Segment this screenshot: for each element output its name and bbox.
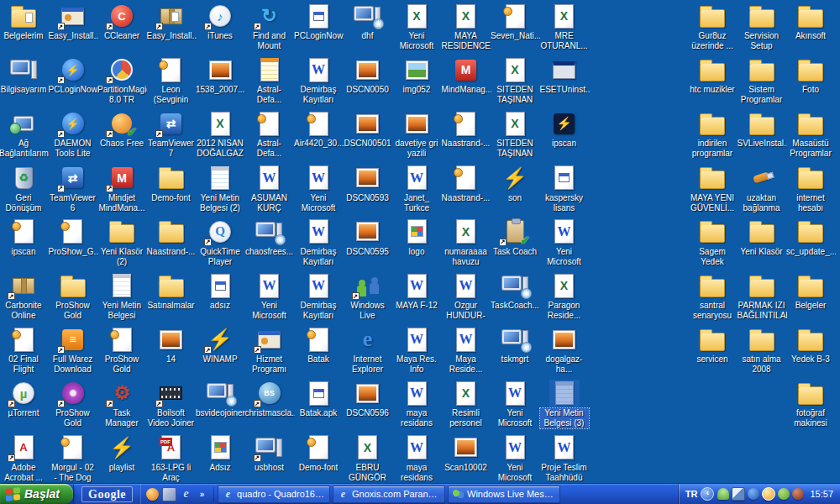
desktop-icon[interactable]: XSİTEDEN TAŞINAN K... — [491, 56, 539, 106]
desktop-icon[interactable]: Gur8uz üzerinde ... — [688, 3, 737, 51]
desktop-icon[interactable]: htc muzikler — [688, 56, 737, 95]
desktop-icon[interactable]: ↗Windows Live Messenger — [344, 272, 392, 322]
start-button[interactable]: Başlat — [0, 484, 73, 504]
desktop-icon[interactable]: DSCN0596 — [344, 380, 392, 418]
desktop-icon[interactable]: XResimli personel listesi — [442, 380, 491, 429]
desktop-icon[interactable]: servicen — [688, 326, 737, 365]
desktop-icon[interactable]: C↗CCleaner — [97, 3, 146, 41]
desktop-icon[interactable]: kaspersky lisans — [540, 165, 589, 213]
desktop-icon[interactable]: dogalgaz-ha... — [540, 326, 589, 375]
desktop-icon[interactable]: WYeni Microsoft Office Wor... — [540, 218, 589, 268]
desktop-icon[interactable]: ♻Geri Dönüşüm Kutusu — [0, 165, 48, 214]
desktop-icon[interactable]: DSCN00501 — [344, 110, 392, 149]
desktop-icon[interactable]: DSCN0595 — [344, 218, 392, 257]
desktop-icon[interactable]: tskmgrt — [491, 326, 539, 365]
desktop-icon[interactable]: ✔↗Task Coach — [491, 218, 539, 257]
media-tray-icon[interactable] — [792, 488, 804, 500]
desktop-icon[interactable]: ♪↗iTunes — [196, 3, 244, 41]
desktop-icon[interactable]: Xnumaraaaa havuzu — [442, 218, 491, 267]
desktop-icon[interactable]: ESETUninst... — [540, 56, 589, 95]
desktop-icon[interactable]: WJanet_ Turkce — [392, 165, 441, 213]
desktop-icon[interactable]: WProje Teslim Taahhüdü — [540, 434, 589, 483]
desktop-icon[interactable]: XEBRU GÜNGÖR — [344, 434, 392, 483]
desktop-icon[interactable]: ipscan — [0, 218, 48, 257]
desktop-icon[interactable]: img052 — [392, 56, 441, 95]
desktop-icon[interactable]: Foto — [786, 56, 835, 95]
desktop-icon[interactable]: ↗Carbonite Online Back... — [0, 272, 48, 322]
desktop-icon[interactable]: Naastrand-... — [442, 110, 491, 149]
desktop-icon[interactable]: fotoğraf makinesi — [786, 380, 835, 428]
desktop-icon[interactable]: logo — [392, 218, 441, 257]
desktop-icon[interactable]: PARMAK İZİ BAĞLINTILAR — [738, 272, 786, 321]
desktop-icon[interactable]: ↗Boilsoft Video Joiner — [147, 380, 196, 428]
desktop-icon[interactable]: sc_update_... — [786, 218, 835, 257]
desktop-icon[interactable]: ⚡↗DAEMON Tools Lite — [49, 110, 97, 159]
desktop-icon[interactable]: ProShow_G... — [49, 218, 97, 257]
desktop-icon[interactable]: WMaya Reside... — [442, 326, 491, 375]
desktop-icon[interactable]: X2012 NİSAN DOĞALGAZ ... — [196, 110, 244, 160]
utorrent-tray-icon[interactable] — [778, 488, 790, 500]
desktop-icon[interactable]: ProShow Gold 3.2.2047 — [49, 272, 97, 322]
desktop-icon[interactable]: WDemirbaş Kayıtları List... — [294, 218, 343, 268]
desktop-icon[interactable]: SVLiveInstal... — [738, 110, 786, 149]
desktop-icon[interactable]: Masaüstü Programlar — [786, 110, 835, 159]
desktop-icon[interactable]: ≡↗Full Warez Download — [49, 326, 97, 375]
google-toolbar[interactable]: Google — [73, 484, 141, 504]
desktop-icon[interactable]: M↗Mindjet MindMana... — [97, 165, 146, 213]
desktop-icon[interactable]: ⚡ipscan — [540, 110, 589, 149]
desktop-icon[interactable]: santral senaryosu — [688, 272, 737, 321]
desktop-icon[interactable]: dhf — [344, 3, 392, 41]
desktop-icon[interactable]: Bilgisayarım — [0, 56, 48, 95]
desktop-icon[interactable]: Demo-font — [147, 165, 196, 203]
overflow-chevron-icon[interactable] — [196, 488, 208, 501]
desktop-icon[interactable]: WDemirbaş Kayıtları List... — [294, 56, 343, 106]
desktop-icon[interactable]: MMindManag... — [442, 56, 491, 95]
desktop-icon[interactable]: µ↗µTorrent — [0, 380, 48, 418]
desktop-icon[interactable]: Morgul - 02 - The Dog A... — [49, 434, 97, 484]
desktop-icon[interactable]: ↗Easy_Install... — [49, 3, 97, 41]
desktop-icon[interactable]: Sistem Programlar — [738, 56, 786, 105]
desktop-icon[interactable]: ⚡son — [491, 165, 539, 203]
desktop-icon[interactable]: XSİTEDEN TAŞINAN K... — [491, 110, 539, 160]
desktop-icon[interactable]: Wmaya residans parsel yön. ... — [392, 434, 441, 484]
desktop-icon[interactable]: satın alma 2008 — [738, 326, 786, 375]
desktop-icon[interactable]: ⚡playlist — [97, 434, 146, 473]
desktop-icon[interactable]: Yedek B-3 — [786, 326, 835, 365]
desktop-icon[interactable]: Satınalmalar — [147, 272, 196, 311]
desktop-icon[interactable]: WMAYA F-12 — [392, 272, 441, 311]
desktop-icon[interactable]: Batak — [294, 326, 343, 365]
desktop[interactable]: Belgelerim↗Easy_Install...C↗CCleaner↗Eas… — [0, 0, 840, 484]
desktop-icon[interactable]: ⚙↗Task Manager 2007 — [97, 380, 146, 429]
desktop-icon[interactable]: DSCN0050 — [344, 56, 392, 95]
desktop-icon[interactable]: BS↗christmascla... — [245, 380, 294, 418]
desktop-icon[interactable]: Yeni Metin Belgesi — [97, 272, 146, 321]
desktop-icon[interactable]: XMRE OTURANL... — [540, 3, 589, 51]
alarm-tray-icon[interactable] — [762, 487, 775, 501]
desktop-icon[interactable]: eInternet Explorer — [344, 326, 392, 375]
desktop-icon[interactable]: Sagem Yedek — [688, 218, 737, 267]
desktop-icon[interactable]: PDFA163-LPG li Araç YAsağı- 2 — [147, 434, 196, 484]
desktop-icon[interactable]: WMaya Res. Info — [392, 326, 441, 375]
desktop-icon[interactable]: chaosfrees... — [245, 218, 294, 257]
desktop-icon[interactable]: ⚡↗WINAMP — [196, 326, 244, 365]
desktop-icon[interactable]: XMAYA RESIDENCE... — [442, 3, 491, 51]
desktop-icon[interactable]: Naastrand-... — [442, 165, 491, 203]
desktop-icon[interactable]: WYeni Microsoft Office Wor... — [491, 434, 539, 484]
desktop-icon[interactable]: ✔↗Chaos Free — [97, 110, 146, 149]
desktop-icon[interactable]: Yeni Klasör — [738, 218, 786, 257]
desktop-icon[interactable]: Belgeler — [786, 272, 835, 311]
desktop-icon[interactable]: Yeni Klasör (2) — [97, 218, 146, 267]
desktop-icon[interactable]: Air4420_30... — [294, 110, 343, 149]
desktop-icon[interactable]: ↗PartitionMagic 8.0 TR — [97, 56, 146, 105]
desktop-icon[interactable]: ↗usbhost — [245, 434, 294, 473]
desktop-icon[interactable]: ⇄↗TeamViewer 7 — [147, 110, 196, 159]
desktop-icon[interactable]: ↗Easy_Install... — [147, 3, 196, 41]
desktop-icon[interactable]: Yeni Metin Belgesi (2) — [196, 165, 244, 213]
desktop-icon[interactable]: Ağ Bağlantılarım — [0, 110, 48, 159]
desktop-icon[interactable]: WASUMAN KURÇ — [245, 165, 294, 213]
desktop-icon[interactable]: Akınsoft — [786, 3, 835, 41]
desktop-icon[interactable]: Adsız — [196, 434, 244, 473]
desktop-icon[interactable]: WYeni Microsoft Office Wor... — [245, 272, 294, 322]
desktop-icon[interactable]: WYeni Microsoft Office Wor... — [491, 380, 539, 429]
desktop-icon[interactable]: Astral-Defa... — [245, 110, 294, 159]
